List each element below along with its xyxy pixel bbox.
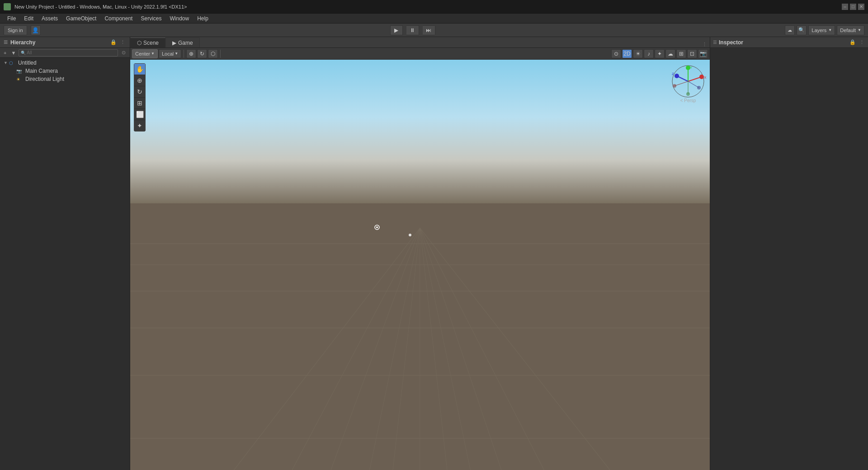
svg-point-36 [697,86,701,89]
play-button[interactable]: ▶ [390,25,403,35]
inspector-panel: ☰ Inspector 🔒 ⋮ [710,37,868,470]
hierarchy-add-dropdown[interactable]: ▼ [9,50,18,56]
expand-arrow-icon: ▼ [4,61,9,65]
window-title: New Unity Project - Untitled - Windows, … [14,4,838,9]
gizmo-tools: ✋ ⊕ ↻ ⊞ ⬜ ✦ [134,63,146,132]
default-chevron-icon: ▼ [858,28,861,32]
hierarchy-header: ☰ Hierarchy 🔒 ⋮ [0,37,130,48]
hierarchy-item-main-camera[interactable]: 📷 Main Camera [0,67,130,75]
inspector-hamburger-icon: ☰ [713,40,717,45]
maximize-button[interactable]: □ [850,4,856,10]
close-button[interactable]: ✕ [858,4,864,10]
light-icon: ☀ [16,75,24,83]
menu-gameobject[interactable]: GameObject [62,14,100,23]
local-chevron-icon: ▼ [175,52,178,56]
light-indicator [408,232,412,235]
camera-indicator [373,224,378,228]
hand-tool-button[interactable]: ✋ [134,64,145,75]
move-tool-button[interactable]: ⊕ [186,49,196,58]
hierarchy-content: ▼ ⬡ Untitled 📷 Main Camera ☀ Directional… [0,58,130,470]
local-button[interactable]: Local ▼ [159,49,181,58]
scale-tool-button[interactable]: ⬡ [208,49,218,58]
menu-help[interactable]: Help [193,14,212,23]
hierarchy-lock-button[interactable]: 🔒 [110,39,117,46]
rotate-tool-button[interactable]: ↻ [197,49,207,58]
hierarchy-search-container: 🔍 All [19,49,118,56]
center-label: Center [135,51,150,56]
center-button[interactable]: Center ▼ [132,49,158,58]
scene-toolbar: Center ▼ Local ▼ ⊕ ↻ ⬡ ⊙ 2D ☀ ♪ ✦ ☁ ⊞ ⊡ [130,48,710,60]
menu-edit[interactable]: Edit [20,14,37,23]
pause-button[interactable]: ⏸ [406,25,419,35]
grid-svg [130,60,710,470]
skybox-toggle-button[interactable]: ☁ [665,49,675,58]
main-layout: ☰ Hierarchy 🔒 ⋮ + ▼ 🔍 All ⊙ ▼ ⬡ Untitled [0,37,868,470]
menu-file[interactable]: File [4,14,19,23]
svg-point-29 [675,74,679,78]
2d-label: 2D [623,51,630,57]
svg-text:Z: Z [672,72,674,76]
svg-line-9 [265,228,420,470]
menu-services[interactable]: Services [137,14,165,23]
rect-tool-gizmo-button[interactable]: ⬜ [134,109,145,120]
toolbar-right: ☁ 🔍 Layers ▼ Default ▼ [785,25,864,35]
menu-window[interactable]: Window [166,14,193,23]
audio-toggle-button[interactable]: ♪ [644,49,654,58]
inspector-lock-button[interactable]: 🔒 [849,39,856,46]
rotate-tool-gizmo-button[interactable]: ↻ [134,86,145,97]
hierarchy-item-directional-light[interactable]: ☀ Directional Light [0,75,130,83]
move-tool-gizmo-button[interactable]: ⊕ [134,75,145,86]
toolbar-sep-1 [184,50,184,58]
minimize-button[interactable]: – [842,4,848,10]
sign-in-button[interactable]: Sign in [4,25,27,35]
menu-component[interactable]: Component [101,14,136,23]
account-button[interactable]: 👤 [31,25,41,35]
step-button[interactable]: ⏭ [423,25,435,35]
account-icon: 👤 [32,27,39,33]
grid-toggle-button[interactable]: ⊡ [687,49,697,58]
scene-viewport[interactable]: ✋ ⊕ ↻ ⊞ ⬜ ✦ X [130,60,710,470]
window-controls: – □ ✕ [842,4,864,10]
hierarchy-item-untitled[interactable]: ▼ ⬡ Untitled [0,59,130,67]
camera-icon: 📷 [16,67,24,75]
hierarchy-scroll-button[interactable]: ⊙ [119,49,128,56]
layers-dropdown[interactable]: Layers ▼ [808,25,835,35]
inspector-options-button[interactable]: ⋮ [858,39,865,46]
menu-assets[interactable]: Assets [38,14,61,23]
scene-tabs: ⬡ Scene ▶ Game ⋮ [130,37,710,48]
lighting-toggle-button[interactable]: ☀ [633,49,643,58]
camera-settings-button[interactable]: 📷 [698,49,708,58]
svg-line-11 [373,228,420,470]
gizmos-toggle-button[interactable]: ⊞ [676,49,686,58]
svg-point-20 [409,234,411,236]
hierarchy-label-untitled: Untitled [18,60,37,66]
center-area: ⬡ Scene ▶ Game ⋮ Center ▼ Local ▼ ⊕ ↻ ⬡ [130,37,710,470]
persp-toggle-button[interactable]: ⊙ [611,49,621,58]
persp-gizmo[interactable]: X Y Z < Persp [670,63,706,99]
search-button[interactable]: 🔍 [797,25,807,35]
hierarchy-search-icon: 🔍 [21,51,26,55]
hierarchy-options-button[interactable]: ⋮ [119,39,126,46]
scene-tab-options[interactable]: ⋮ [702,42,710,47]
fx-toggle-button[interactable]: ✦ [655,49,665,58]
layers-chevron-icon: ▼ [828,28,832,32]
hierarchy-header-icons: 🔒 ⋮ [110,39,126,46]
hierarchy-add-button[interactable]: + [2,50,8,56]
2d-toggle-button[interactable]: 2D [622,49,632,58]
scene-icon: ⬡ [9,59,16,66]
hierarchy-label-directional-light: Directional Light [25,76,64,82]
tab-game[interactable]: ▶ Game [165,38,200,47]
svg-point-32 [673,84,676,88]
toolbar-sep-2 [220,50,221,58]
svg-line-15 [420,228,561,470]
scale-tool-gizmo-button[interactable]: ⊞ [134,98,145,108]
tab-scene[interactable]: ⬡ Scene [130,38,165,47]
hierarchy-title: Hierarchy [10,39,35,46]
collab-button[interactable]: ☁ [785,25,795,35]
layers-label: Layers [811,28,826,33]
hamburger-icon: ☰ [4,40,8,45]
app-icon [4,3,11,10]
svg-line-7 [130,228,420,470]
default-dropdown[interactable]: Default ▼ [837,25,864,35]
transform-tool-gizmo-button[interactable]: ✦ [134,120,145,131]
